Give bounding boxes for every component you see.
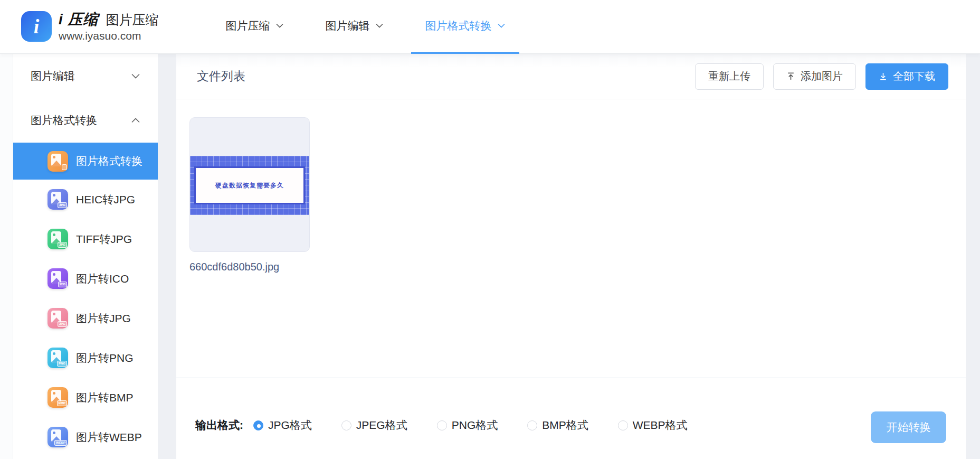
format-badge: BMP [57,400,67,406]
sidebar-section-format-convert[interactable]: 图片格式转换 [13,98,158,143]
logo-icon: i [21,11,52,42]
nav-item-label: 图片压缩 [226,18,270,33]
nav-item-image-compress[interactable]: 图片压缩 [212,0,298,54]
image-to-png-icon: PNG [47,348,68,368]
page-title: 文件列表 [197,68,245,85]
tiff-to-jpg-icon: JPG [47,229,68,249]
sidebar-item-label: 图片转JPG [76,311,131,326]
top-header: i i 压缩 图片压缩 www.iyasuo.com 图片压缩 图片编辑 图片格… [0,0,980,54]
file-card[interactable]: 硬盘数据恢复需要多久 [189,117,310,252]
image-to-webp-icon: WEBP [47,427,68,447]
reupload-button[interactable]: 重新上传 [695,63,764,90]
sidebar-item-tiff-to-jpg[interactable]: JPG TIFF转JPG [13,219,158,259]
output-format-bar: 输出格式: JPG格式 JPEG格式 PNG格式 BMP格式 WEBP格式 开始… [176,378,966,459]
radio-png-format[interactable]: PNG格式 [437,418,498,432]
toolbar: 重新上传 添加图片 全部下载 [695,63,948,90]
sidebar-gutter [0,54,13,459]
format-badge: PNG [57,361,67,367]
sidebar-item-image-to-webp[interactable]: WEBP 图片转WEBP [13,417,158,457]
nav-item-image-edit[interactable]: 图片编辑 [311,0,397,54]
chevron-down-icon [498,23,505,28]
radio-jpeg-format[interactable]: JPEG格式 [341,418,407,432]
sidebar-section-label: 图片格式转换 [31,113,97,128]
sidebar-item-heic-to-jpg[interactable]: JPG HEIC转JPG [13,180,158,219]
chevron-up-icon [131,118,140,123]
sidebar-item-image-to-png[interactable]: PNG 图片转PNG [13,338,158,378]
format-convert-icon [47,151,68,172]
brand-subtitle: 图片压缩 [106,12,159,27]
chevron-down-icon [376,23,383,28]
file-list-header: 文件列表 重新上传 添加图片 全部下载 [176,54,966,99]
reupload-label: 重新上传 [708,69,750,83]
image-to-jpg-icon: JPG [47,308,68,329]
sidebar-item-label: 图片转WEBP [76,430,142,445]
radio-icon [253,420,263,430]
file-grid: 硬盘数据恢复需要多久 660cdf6d80b50.jpg [176,99,966,378]
output-format-label: 输出格式: [195,418,243,432]
sidebar-item-label: 图片格式转换 [76,154,142,168]
sidebar-section-image-edit[interactable]: 图片编辑 [13,54,158,98]
format-badge: ICO [58,282,67,287]
heic-to-jpg-icon: JPG [47,189,68,210]
sidebar-section-label: 图片编辑 [31,69,75,83]
sidebar-item-label: 图片转BMP [76,390,134,405]
brand-logo[interactable]: i i 压缩 图片压缩 www.iyasuo.com [21,11,159,42]
convert-button[interactable]: 开始转换 [871,411,946,443]
chevron-down-icon [131,73,140,79]
radio-webp-format[interactable]: WEBP格式 [618,418,688,432]
radio-icon [527,420,537,430]
add-images-button[interactable]: 添加图片 [773,63,856,90]
sidebar-item-label: 图片转ICO [76,271,129,286]
sidebar-item-image-to-ico[interactable]: ICO 图片转ICO [13,259,158,298]
add-images-label: 添加图片 [801,69,843,83]
sidebar-item-image-to-bmp[interactable]: BMP 图片转BMP [13,378,158,417]
file-thumbnail: 硬盘数据恢复需要多久 [190,156,309,215]
sidebar: 图片编辑 图片格式转换 图片格式转换 JPG HEIC转JPG JPG TIFF… [13,54,158,459]
sidebar-item-label: HEIC转JPG [76,192,135,207]
nav-item-label: 图片编辑 [326,18,370,33]
download-all-label: 全部下载 [893,69,935,83]
image-to-ico-icon: ICO [47,268,68,289]
photo-glyph [51,154,61,166]
format-badge: WEBP [54,440,67,446]
format-badge: JPG [58,242,67,248]
image-to-bmp-icon: BMP [47,387,68,408]
brand-website: www.iyasuo.com [59,30,159,42]
brand-name: i 压缩 [59,11,99,28]
sidebar-item-label: 图片转PNG [76,351,134,366]
format-badge [62,164,67,170]
radio-icon [437,420,447,430]
sidebar-item-image-to-jpg[interactable]: JPG 图片转JPG [13,298,158,338]
format-badge: JPG [58,321,67,327]
upload-icon [786,72,795,81]
chevron-down-icon [276,23,283,28]
format-badge: JPG [58,202,67,208]
nav-item-label: 图片格式转换 [425,18,492,33]
sidebar-item-format-convert[interactable]: 图片格式转换 [13,143,158,180]
main-panel: 文件列表 重新上传 添加图片 全部下载 硬盘数据恢复需要多久 660cdf6d8… [176,54,966,459]
file-name: 660cdf6d80b50.jpg [189,261,966,273]
radio-icon [341,420,351,430]
download-all-button[interactable]: 全部下载 [865,63,948,90]
nav-item-format-convert[interactable]: 图片格式转换 [411,0,519,54]
radio-bmp-format[interactable]: BMP格式 [527,418,588,432]
main-nav: 图片压缩 图片编辑 图片格式转换 [212,0,519,54]
radio-icon [618,420,628,430]
sidebar-item-label: TIFF转JPG [76,232,132,247]
thumbnail-text: 硬盘数据恢复需要多久 [215,181,284,190]
download-icon [879,72,888,81]
radio-jpg-format[interactable]: JPG格式 [253,418,312,432]
